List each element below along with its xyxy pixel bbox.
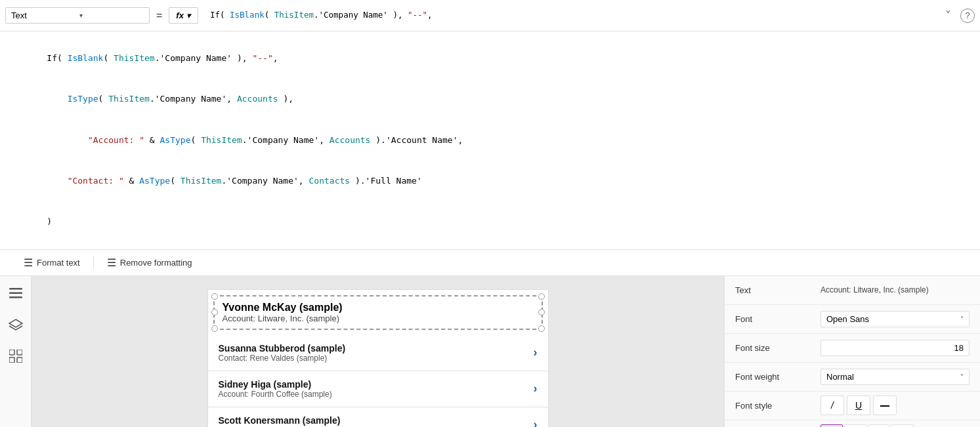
align-justify-button[interactable] [891,424,914,427]
main-area: Yvonne McKay (sample) Account: Litware, … [0,276,980,427]
fx-chevron-icon: ▾ [186,10,191,20]
selected-contact-name: Yvonne McKay (sample) [223,302,534,314]
toolbar-divider [93,256,94,269]
svg-rect-0 [9,288,22,290]
svg-rect-7 [17,357,22,363]
resize-handle-tr[interactable] [538,293,545,300]
strikethrough-button[interactable]: — [873,396,897,415]
remove-formatting-button[interactable]: ☰ Remove formatting [96,253,203,273]
contact-item[interactable]: Scott Konersmann (sample) Contact: Rene … [208,407,548,427]
prop-label-text: Text [735,285,820,295]
font-style-group: / U — [820,396,969,415]
contact-item-name: Sidney Higa (sample) [219,379,534,390]
prop-row-text-alignment: Text alignment [725,420,980,427]
format-text-button[interactable]: ☰ Format text [13,253,91,273]
equals-sign: = [154,10,165,22]
contact-item-sub: Contact: Rene Valdes (sample) [219,354,534,363]
contact-item-name: Susanna Stubberod (sample) [219,343,534,354]
font-select[interactable]: Open Sans ˅ [820,311,969,327]
fx-label: fx [176,10,184,20]
contact-card: Yvonne McKay (sample) Account: Litware, … [207,289,549,427]
chevron-down-icon: ˅ [960,373,964,380]
contact-item-sub: Account: Fourth Coffee (sample) [219,390,534,399]
prop-row-font-weight: Font weight Normal ˅ [725,363,980,392]
help-icon[interactable]: ? [960,9,975,23]
svg-rect-2 [9,296,22,298]
formula-bar[interactable]: If( IsBlank( ThisItem.'Company Name' ), … [202,5,936,26]
chevron-down-icon: ˅ [960,315,964,323]
text-alignment-group [820,424,969,427]
right-panel: Text Account: Litware, Inc. (sample) Fon… [724,276,980,427]
property-dropdown[interactable]: Text ▾ [5,7,150,24]
chevron-right-icon: › [534,418,538,427]
contact-item[interactable]: Sidney Higa (sample) Account: Fourth Cof… [208,371,548,407]
resize-handle-ml[interactable] [211,309,218,315]
prop-row-font-style: Font style / U — [725,392,980,420]
align-right-button[interactable] [868,424,890,427]
format-toolbar: ☰ Format text ☰ Remove formatting [0,250,980,276]
resize-handle-br[interactable] [538,325,545,332]
code-line-1: If( IsBlank( ThisItem.'Company Name' ), … [26,38,967,79]
code-line-2: IsType( ThisItem.'Company Name', Account… [26,79,967,119]
contact-item-name: Scott Konersmann (sample) [219,415,534,426]
prop-label-font-style: Font style [735,401,820,411]
strikethrough-label: — [880,400,889,411]
italic-button[interactable]: / [820,396,844,415]
formula-editor[interactable]: If( IsBlank( ThisItem.'Company Name' ), … [0,31,980,250]
svg-rect-6 [9,357,14,363]
sidebar-icon-grid[interactable] [7,347,25,365]
format-text-icon: ☰ [24,256,33,269]
code-line-3: "Account: " & AsType( ThisItem.'Company … [26,120,967,161]
remove-formatting-label: Remove formatting [120,258,192,268]
svg-rect-1 [9,292,22,294]
align-center-button[interactable] [844,424,866,427]
selected-contact-sub: Account: Litware, Inc. (sample) [223,314,534,323]
canvas-area: Yvonne McKay (sample) Account: Litware, … [32,276,724,427]
prop-label-font-size: Font size [735,343,820,353]
font-weight-select[interactable]: Normal ˅ [820,369,969,385]
contact-item-info: Sidney Higa (sample) Account: Fourth Cof… [219,379,534,399]
underline-button[interactable]: U [847,396,870,415]
svg-rect-4 [9,350,14,355]
selected-contact-header[interactable]: Yvonne McKay (sample) Account: Litware, … [213,295,543,330]
resize-handle-mr[interactable] [538,309,545,315]
prop-row-font-size: Font size [725,334,980,363]
expand-chevron-icon[interactable]: ˅ [940,9,956,23]
code-line-4: "Contact: " & AsType( ThisItem.'Company … [26,161,967,201]
resize-handle-bl[interactable] [211,325,218,332]
contact-item-info: Scott Konersmann (sample) Contact: Rene … [219,415,534,427]
prop-label-font: Font [735,314,820,324]
prop-row-text: Text Account: Litware, Inc. (sample) [725,276,980,305]
top-bar: Text ▾ = fx ▾ If( IsBlank( ThisItem.'Com… [0,0,980,31]
format-text-label: Format text [37,258,80,268]
svg-rect-5 [17,350,22,355]
prop-row-font: Font Open Sans ˅ [725,305,980,334]
svg-marker-3 [9,319,22,327]
resize-handle-tl[interactable] [211,293,218,300]
sidebar-icons [0,276,32,427]
chevron-down-icon: ▾ [79,12,144,19]
align-left-button[interactable] [820,424,843,427]
chevron-right-icon: › [534,346,538,359]
code-line-5: ) [26,202,967,243]
property-dropdown-label: Text [11,10,75,20]
sidebar-icon-menu[interactable] [7,284,25,302]
font-size-input[interactable] [820,340,969,356]
fx-button[interactable]: fx ▾ [169,7,198,24]
contact-item[interactable]: Susanna Stubberod (sample) Contact: Rene… [208,335,548,371]
sidebar-icon-layers[interactable] [7,315,25,334]
prop-value-text: Account: Litware, Inc. (sample) [820,285,969,296]
prop-label-font-weight: Font weight [735,372,820,382]
chevron-right-icon: › [534,382,538,396]
font-weight-value: Normal [826,372,854,382]
font-select-value: Open Sans [826,314,869,324]
remove-formatting-icon: ☰ [107,256,116,269]
contact-item-info: Susanna Stubberod (sample) Contact: Rene… [219,343,534,363]
